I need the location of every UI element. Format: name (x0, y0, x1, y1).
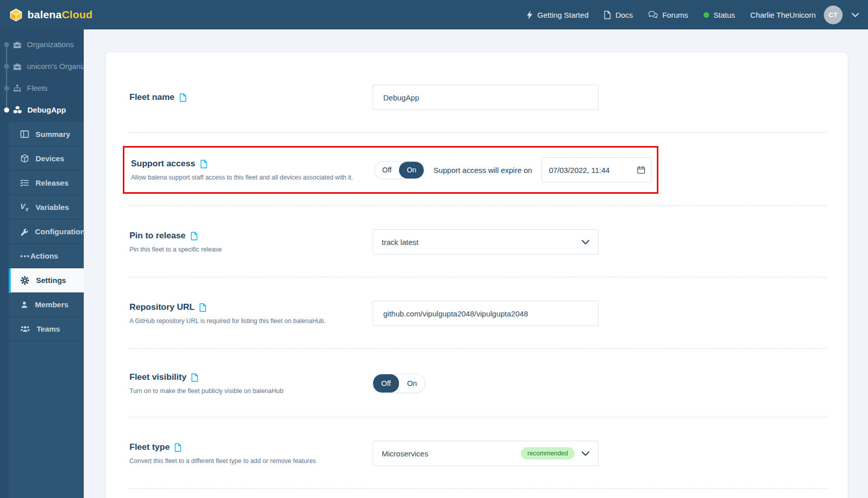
repository-url-label-text: Repository URL (129, 302, 194, 312)
copy-doc-icon[interactable] (200, 160, 207, 168)
wrench-icon (20, 228, 28, 236)
vx-icon: Vx (20, 202, 29, 212)
balena-cube-icon (9, 8, 23, 22)
chevron-down-icon (852, 13, 859, 17)
support-access-toggle: Off On (374, 161, 424, 179)
support-access-controls: Off On Support access will expire on 07/… (374, 157, 652, 183)
cubes-icon (13, 106, 22, 114)
sidebar-item-releases[interactable]: Releases (9, 171, 84, 195)
sidebar: Organizations unicorn's Organiz… Fleets … (0, 29, 84, 498)
fleet-name-input[interactable] (373, 85, 598, 110)
pin-to-release-section: Pin to release Pin this fleet to a speci… (106, 206, 848, 277)
sidebar-item-label: Members (35, 300, 69, 309)
fleet-type-label: Fleet type (129, 442, 373, 452)
sidebar-item-label: Settings (36, 276, 66, 284)
repository-url-description: A GitHub repository URL is required for … (129, 317, 373, 325)
pin-to-release-select[interactable]: track latest (373, 229, 598, 255)
copy-doc-icon[interactable] (179, 93, 186, 102)
avatar[interactable]: CT (824, 6, 843, 24)
team-icon (20, 325, 30, 333)
fleet-type-label-text: Fleet type (129, 442, 170, 452)
brand-name: balenaCloud (27, 9, 92, 21)
sidebar-breadcrumb-tree: Organizations unicorn's Organiz… Fleets … (0, 29, 84, 122)
sidebar-item-devices[interactable]: Devices (9, 147, 84, 171)
columns-icon (20, 130, 29, 138)
fleet-type-section: Fleet type Convert this fleet to a diffe… (106, 417, 848, 488)
pin-to-release-description: Pin this fleet to a specific release (129, 246, 373, 253)
nav-getting-started[interactable]: Getting Started (526, 11, 589, 19)
copy-doc-icon[interactable] (190, 232, 197, 240)
support-access-toggle-on[interactable]: On (399, 162, 424, 179)
sidebar-item-variables[interactable]: Vx Variables (9, 195, 84, 220)
fleet-visibility-toggle-off[interactable]: Off (373, 374, 399, 393)
fleet-visibility-label-text: Fleet visibility (129, 372, 186, 382)
main-content: Fleet name Support access Allow balena s… (84, 29, 868, 498)
sidebar-item-label: Actions (30, 252, 58, 260)
fleet-visibility-label-col: Fleet visibility Turn on to make the fle… (129, 372, 373, 395)
chevron-down-icon (582, 451, 589, 456)
sidebar-item-label: Configuration (35, 227, 85, 236)
sidebar-item-configuration[interactable]: Configuration (9, 220, 84, 244)
section-divider (128, 488, 827, 489)
pin-to-release-label: Pin to release (129, 231, 373, 241)
fleet-type-select[interactable]: Microservices recommended (373, 441, 598, 466)
sidebar-item-members[interactable]: Members (9, 293, 84, 317)
active-indicator-bar (9, 268, 11, 292)
repository-url-label-col: Repository URL A GitHub repository URL i… (129, 302, 373, 325)
nav-forums[interactable]: Forums (648, 11, 688, 19)
list-check-icon (20, 179, 29, 187)
support-access-highlight: Support access Allow balena support staf… (123, 146, 658, 194)
sidebar-item-settings[interactable]: Settings (9, 268, 84, 293)
fleet-visibility-section: Fleet visibility Turn on to make the fle… (106, 349, 848, 417)
briefcase-icon (13, 41, 21, 49)
nav-docs[interactable]: Docs (604, 11, 632, 19)
support-access-toggle-off[interactable]: Off (375, 162, 399, 179)
support-access-label-text: Support access (131, 159, 195, 169)
sitemap-icon (13, 84, 21, 92)
support-access-label: Support access (131, 159, 374, 169)
tree-item-organization-unicorn[interactable]: unicorn's Organiz… (0, 55, 84, 77)
fleet-settings-card: Fleet name Support access Allow balena s… (105, 52, 848, 498)
fleet-visibility-toggle: Off On (373, 374, 425, 393)
nav-getting-started-label: Getting Started (538, 11, 589, 19)
copy-doc-icon[interactable] (199, 303, 206, 312)
sidebar-item-teams[interactable]: Teams (9, 317, 84, 341)
repository-url-input[interactable] (373, 301, 598, 326)
copy-doc-icon[interactable] (191, 373, 198, 382)
pin-to-release-label-text: Pin to release (129, 231, 186, 241)
tree-item-label: unicorn's Organiz… (27, 62, 84, 70)
sidebar-item-actions[interactable]: ••• Actions (9, 244, 84, 268)
tree-dot (4, 86, 9, 91)
chat-bubbles-icon (648, 11, 658, 19)
gear-icon (20, 276, 29, 285)
sidebar-item-label: Teams (37, 325, 60, 333)
tree-dot (4, 42, 9, 47)
fleet-name-label-col: Fleet name (129, 92, 373, 102)
fleet-type-label-col: Fleet type Convert this fleet to a diffe… (129, 442, 373, 465)
brand-logo[interactable]: balenaCloud (9, 8, 92, 22)
top-navbar: balenaCloud Getting Started Docs Forums … (0, 0, 868, 29)
tree-item-fleets[interactable]: Fleets (0, 77, 84, 99)
doc-icon (604, 11, 611, 19)
calendar-icon[interactable] (637, 166, 645, 174)
sidebar-item-label: Summary (36, 130, 70, 138)
sidebar-menu: Summary Devices Releases Vx Variables Co… (9, 122, 84, 498)
tree-item-debugapp[interactable]: DebugApp (0, 99, 84, 121)
recommended-badge: recommended (521, 447, 575, 459)
copy-doc-icon[interactable] (174, 443, 181, 452)
nav-docs-label: Docs (615, 11, 632, 19)
fleet-visibility-toggle-on[interactable]: On (399, 374, 425, 393)
sidebar-item-label: Variables (36, 203, 69, 211)
support-expiry-datetime-input[interactable]: 07/03/2022, 11:44 (541, 157, 652, 183)
fleet-name-label-text: Fleet name (129, 92, 175, 102)
sidebar-item-label: Releases (36, 179, 69, 187)
tree-item-organizations[interactable]: Organizations (0, 33, 84, 55)
briefcase-icon (13, 62, 21, 70)
tree-dot (4, 64, 9, 69)
brand-secondary: Cloud (62, 9, 92, 20)
sidebar-item-summary[interactable]: Summary (9, 122, 84, 147)
nav-status[interactable]: Status (704, 11, 736, 19)
ellipsis-icon: ••• (20, 252, 30, 260)
tree-dot (4, 108, 9, 113)
user-menu-chevron[interactable] (852, 13, 859, 17)
